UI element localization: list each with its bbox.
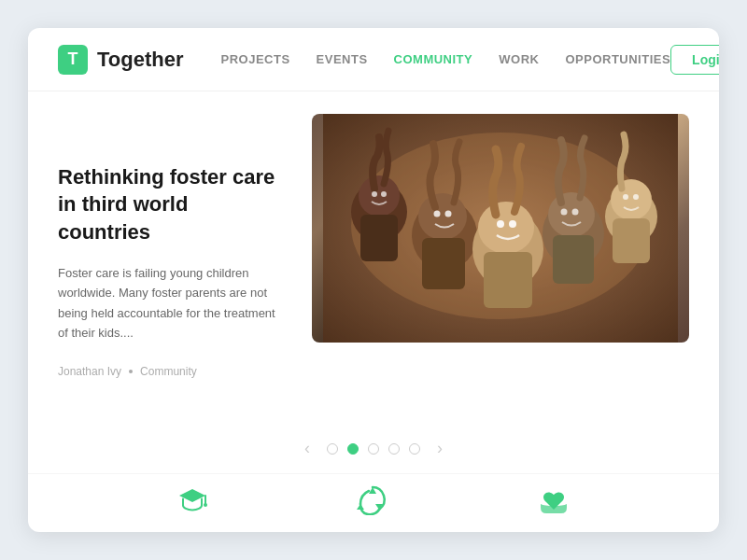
svg-rect-17 [613, 218, 650, 263]
nav-work[interactable]: WORK [499, 52, 539, 66]
svg-point-4 [359, 175, 400, 217]
pag-dot-5[interactable] [409, 443, 420, 455]
nav-projects[interactable]: PROJECTS [220, 52, 289, 66]
prev-arrow[interactable]: ‹ [297, 435, 317, 462]
hero-image [312, 114, 689, 343]
education-icon [176, 483, 208, 515]
svg-point-23 [509, 220, 516, 228]
svg-rect-8 [422, 238, 465, 289]
svg-point-29 [204, 503, 207, 507]
navbar: T Together PROJECTS EVENTS COMMUNITY WOR… [28, 28, 719, 91]
svg-rect-5 [360, 215, 398, 261]
nav-opportunities[interactable]: OPPORTUNITIES [565, 52, 670, 66]
article-title: Rethinking foster care in third world co… [58, 163, 282, 246]
svg-point-20 [434, 211, 441, 217]
svg-point-13 [548, 192, 595, 237]
article-description: Foster care is failing young children wo… [58, 263, 282, 343]
article-category: Community [140, 365, 197, 378]
pag-dot-2[interactable] [347, 443, 359, 455]
svg-point-21 [445, 211, 452, 217]
hero-image-panel [312, 114, 689, 418]
svg-point-22 [497, 220, 504, 228]
main-content: Rethinking foster care in third world co… [28, 91, 719, 418]
pagination: ‹ › [28, 418, 719, 471]
pag-dot-3[interactable] [368, 443, 379, 455]
svg-rect-14 [553, 235, 594, 284]
svg-point-18 [372, 191, 377, 197]
pag-dot-1[interactable] [327, 443, 338, 455]
brand-name: Together [97, 48, 183, 72]
next-arrow[interactable]: › [430, 435, 450, 462]
logo-link[interactable]: T Together [58, 45, 183, 75]
article-panel: Rethinking foster care in third world co… [58, 114, 282, 418]
svg-point-7 [418, 193, 467, 240]
svg-point-24 [561, 209, 568, 216]
nav-community[interactable]: COMMUNITY [394, 52, 473, 66]
svg-point-26 [623, 194, 628, 200]
recycle-icon [357, 483, 388, 515]
article-meta: Jonathan Ivy Community [58, 365, 282, 378]
meta-separator [129, 370, 133, 373]
svg-point-27 [633, 194, 639, 200]
svg-point-10 [478, 202, 534, 254]
article-author: Jonathan Ivy [58, 365, 121, 378]
nav-links: PROJECTS EVENTS COMMUNITY WORK OPPORTUNI… [220, 52, 670, 66]
logo-icon: T [58, 45, 88, 75]
svg-point-19 [381, 191, 387, 197]
pag-dot-4[interactable] [388, 443, 400, 455]
bottom-icons-bar [28, 473, 719, 532]
svg-rect-11 [484, 252, 532, 308]
svg-point-25 [572, 209, 579, 216]
login-button[interactable]: Login [670, 45, 719, 75]
main-card: T Together PROJECTS EVENTS COMMUNITY WOR… [28, 28, 719, 532]
nav-events[interactable]: EVENTS [317, 52, 368, 66]
care-hands-icon [537, 483, 571, 515]
svg-point-16 [611, 179, 652, 220]
